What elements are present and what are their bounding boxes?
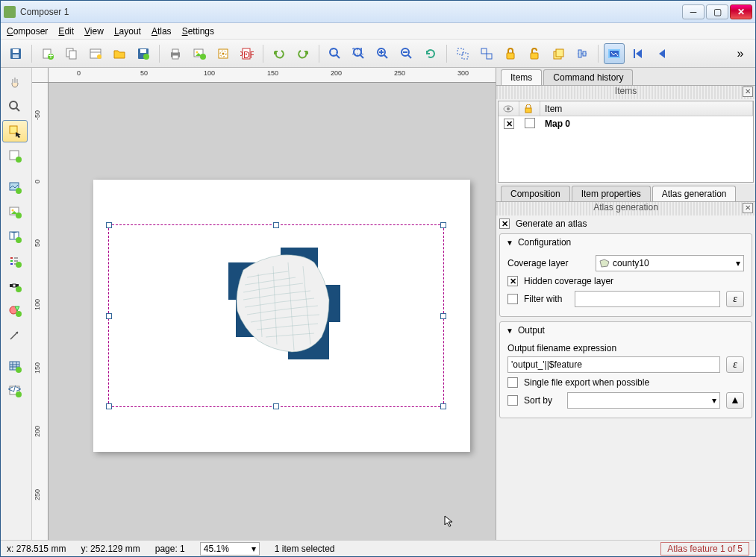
maximize-button[interactable]: ▢ <box>706 4 728 19</box>
dropdown-arrow-icon: ▾ <box>712 395 716 406</box>
add-legend-icon[interactable] <box>2 250 28 272</box>
svg-point-58 <box>16 188 22 194</box>
svg-rect-7 <box>69 51 76 59</box>
svg-rect-45 <box>556 49 563 57</box>
tab-item-properties[interactable]: Item properties <box>572 186 651 201</box>
svg-rect-16 <box>172 55 178 59</box>
sort-by-checkbox[interactable] <box>507 395 518 406</box>
svg-point-71 <box>16 262 22 268</box>
sort-direction-button[interactable]: ▲ <box>726 392 744 409</box>
tab-command-history[interactable]: Command history <box>543 69 633 85</box>
status-x: x: 278.515 mm <box>7 544 66 554</box>
item-row-map0[interactable]: ✕ Map 0 <box>499 116 753 131</box>
composer-manager-icon[interactable] <box>85 43 106 64</box>
map-frame[interactable] <box>108 224 444 407</box>
add-arrow-icon[interactable] <box>2 324 28 346</box>
export-svg-icon[interactable] <box>213 43 234 64</box>
export-image-icon[interactable] <box>189 43 210 64</box>
add-shape-icon[interactable] <box>2 299 28 321</box>
menu-atlas[interactable]: Atlas <box>151 26 172 37</box>
close-button[interactable]: ✕ <box>730 4 752 19</box>
duplicate-composer-icon[interactable] <box>61 43 82 64</box>
tab-composition[interactable]: Composition <box>501 186 570 201</box>
composer-window: Composer 1 ─ ▢ ✕ Composer Edit View Layo… <box>0 0 756 557</box>
svg-point-10 <box>97 54 101 59</box>
raise-icon[interactable] <box>548 43 569 64</box>
zoom-tool-icon[interactable] <box>2 95 28 118</box>
visibility-checkbox[interactable]: ✕ <box>504 119 514 129</box>
atlas-prev-icon[interactable] <box>652 43 672 64</box>
sort-field-select[interactable]: ▾ <box>567 392 720 409</box>
menu-edit[interactable]: Edit <box>58 26 74 37</box>
svg-point-13 <box>143 54 149 60</box>
zoom-full-icon[interactable] <box>325 43 346 64</box>
menu-composer[interactable]: Composer <box>7 26 48 37</box>
svg-line-37 <box>408 55 411 58</box>
generate-atlas-checkbox[interactable]: ✕ <box>499 218 510 229</box>
svg-text:PDF: PDF <box>240 50 254 60</box>
minimize-button[interactable]: ─ <box>682 4 705 19</box>
single-file-checkbox[interactable] <box>507 377 518 388</box>
svg-rect-12 <box>140 49 146 53</box>
zoom-combo[interactable]: 45.1%▾ <box>200 542 260 556</box>
add-table-icon[interactable] <box>2 355 28 377</box>
dropdown-arrow-icon: ▾ <box>736 258 740 268</box>
filename-input[interactable] <box>507 356 720 373</box>
group-icon[interactable] <box>452 43 473 64</box>
canvas[interactable] <box>49 83 496 540</box>
save-icon[interactable] <box>5 43 26 64</box>
refresh-icon[interactable] <box>420 43 441 64</box>
move-content-tool-icon[interactable] <box>2 145 28 167</box>
collapse-icon[interactable]: ▼ <box>506 327 513 335</box>
items-panel-header: Items ✕ <box>496 86 755 99</box>
page <box>93 180 470 452</box>
menu-layout[interactable]: Layout <box>114 26 141 37</box>
close-items-panel-icon[interactable]: ✕ <box>743 86 753 97</box>
tab-atlas-generation[interactable]: Atlas generation <box>652 186 737 201</box>
zoom-in-icon[interactable] <box>372 43 393 64</box>
generate-atlas-label: Generate an atlas <box>516 218 598 229</box>
svg-point-77 <box>16 311 22 317</box>
tab-items[interactable]: Items <box>501 69 542 85</box>
add-image-icon[interactable] <box>2 201 28 223</box>
svg-point-87 <box>16 391 22 397</box>
menu-view[interactable]: View <box>84 26 104 37</box>
pan-tool-icon[interactable] <box>2 71 28 93</box>
print-icon[interactable] <box>165 43 186 64</box>
atlas-preview-icon[interactable] <box>604 43 625 64</box>
close-atlas-panel-icon[interactable]: ✕ <box>743 203 753 213</box>
filter-checkbox[interactable] <box>507 294 518 304</box>
unlock-icon[interactable] <box>524 43 545 64</box>
ungroup-icon[interactable] <box>476 43 497 64</box>
menu-settings[interactable]: Settings <box>182 26 214 37</box>
filter-expression-button[interactable]: ε <box>726 291 744 307</box>
save-template-icon[interactable] <box>133 43 154 64</box>
align-icon[interactable] <box>572 43 593 64</box>
add-html-icon[interactable]: </> <box>2 380 28 402</box>
add-scalebar-icon[interactable] <box>2 274 28 297</box>
new-composer-icon[interactable]: + <box>37 43 58 64</box>
filter-input[interactable] <box>575 291 720 307</box>
add-map-icon[interactable] <box>2 176 28 198</box>
zoom-actual-icon[interactable]: 1:1 <box>349 43 369 64</box>
zoom-out-icon[interactable] <box>396 43 417 64</box>
undo-icon[interactable] <box>269 43 290 64</box>
atlas-first-icon[interactable] <box>628 43 649 64</box>
toolbar-overflow-icon[interactable]: » <box>730 43 751 64</box>
svg-rect-49 <box>609 50 619 57</box>
coverage-layer-select[interactable]: county10 ▾ <box>596 255 744 271</box>
add-label-icon[interactable]: T <box>2 225 28 248</box>
load-template-icon[interactable] <box>109 43 130 64</box>
export-pdf-icon[interactable]: PDF <box>237 43 257 64</box>
select-tool-icon[interactable] <box>2 120 28 142</box>
lock-icon[interactable] <box>500 43 521 64</box>
status-selection: 1 item selected <box>275 544 335 554</box>
hidden-coverage-checkbox[interactable]: ✕ <box>507 276 518 286</box>
lock-checkbox[interactable] <box>525 118 535 128</box>
collapse-icon[interactable]: ▼ <box>506 239 513 247</box>
svg-point-19 <box>200 54 206 60</box>
redo-icon[interactable] <box>293 43 313 64</box>
filename-expression-button[interactable]: ε <box>726 356 744 373</box>
svg-point-22 <box>222 52 225 54</box>
items-list: Item ✕ Map 0 <box>498 101 754 183</box>
